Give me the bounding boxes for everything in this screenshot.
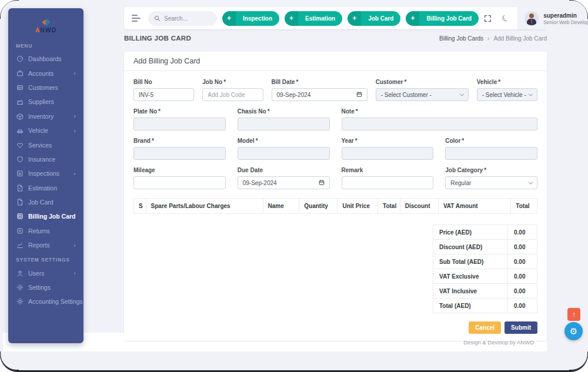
sidebar-item-label: Estimation <box>28 185 57 192</box>
chevron-right-icon: › <box>74 128 76 134</box>
field-label: Plate No* <box>133 108 226 115</box>
input-remark[interactable] <box>342 176 434 189</box>
search-input[interactable] <box>164 15 211 22</box>
field-label: Year* <box>342 138 434 144</box>
sidebar-item-billing-job-card[interactable]: Billing Job Card <box>8 209 83 223</box>
sidebar-item-inspections[interactable]: Inspections› <box>8 166 83 180</box>
column-header-name-2: Name <box>263 199 299 214</box>
summary-row-total-aed: Total (AED)0.00 <box>433 299 537 313</box>
sidebar-item-inventory[interactable]: Inventory› <box>8 109 83 123</box>
chevron-right-icon: › <box>74 113 76 119</box>
add-billing-job-card-button[interactable]: +Billing Job Card <box>406 11 479 26</box>
sidebar-item-accounts[interactable]: Accounts› <box>8 66 83 80</box>
chevron-right-icon: › <box>74 242 76 249</box>
sidebar-item-suppliers[interactable]: Suppliers <box>8 95 83 109</box>
select-job-category[interactable]: Regular <box>445 176 537 189</box>
sidebar-item-label: Services <box>28 142 52 149</box>
field-brand: Brand* <box>133 138 226 160</box>
required-marker: * <box>152 138 154 144</box>
input-mileage[interactable] <box>133 176 226 189</box>
input-model[interactable] <box>238 147 330 160</box>
date-input-due-date[interactable]: 09-Sep-2024 <box>238 176 330 189</box>
select-vehicle[interactable]: - Select Vehicle - <box>477 88 537 101</box>
sidebar-item-label: Vehicle <box>28 127 48 134</box>
sidebar-item-label: Job Card <box>28 199 54 206</box>
app-frame: ANWD MENUDashboardsAccounts›CustomersSup… <box>0 0 588 372</box>
input-plate-no[interactable] <box>133 118 226 130</box>
calendar-icon <box>319 179 325 187</box>
field-plate-no: Plate No* <box>133 108 226 130</box>
button-label: Job Card <box>361 11 400 26</box>
sidebar-item-label: Accounts <box>28 70 54 77</box>
field-label: Bill Date* <box>272 79 368 85</box>
gear-icon: ⚙ <box>570 326 577 337</box>
summary-value: 0.00 <box>508 284 537 299</box>
field-customer: Customer*- Select Customer - <box>376 79 469 101</box>
anwd-logo[interactable]: ANWD <box>8 14 83 38</box>
sidebar-nav: MENUDashboardsAccounts›CustomersSupplier… <box>8 38 83 309</box>
user-role: Senior Web Developer <box>543 19 588 25</box>
field-label-text: Bill No <box>133 79 152 85</box>
add-job-card-button[interactable]: +Job Card <box>348 11 400 26</box>
field-mileage: Mileage <box>133 167 226 189</box>
sidebar-item-vehicle[interactable]: Vehicle› <box>8 123 83 138</box>
sidebar-item-reports[interactable]: Reports› <box>8 238 83 252</box>
dark-mode-button[interactable]: ☾ <box>496 7 514 29</box>
sidebar-item-dashboards[interactable]: Dashboards <box>8 52 83 66</box>
field-label: Bill No <box>133 79 194 85</box>
required-marker: * <box>404 79 406 85</box>
gear-icon <box>16 284 24 291</box>
page-title: BILLING JOB CARD <box>124 35 191 42</box>
input-brand[interactable] <box>133 147 226 160</box>
sidebar-item-job-card[interactable]: Job Card <box>8 195 83 209</box>
input-bill-no[interactable] <box>133 88 194 101</box>
field-label-text: Model <box>238 138 255 144</box>
sidebar-item-services[interactable]: Services <box>8 138 83 152</box>
cancel-button[interactable]: Cancel <box>469 321 501 334</box>
field-label-text: Bill Date <box>272 79 295 85</box>
sidebar-item-insurance[interactable]: Insurance <box>8 152 83 166</box>
frame-corner <box>569 351 588 371</box>
sidebar-item-settings[interactable]: Settings <box>8 280 83 294</box>
field-label: Color* <box>445 138 537 144</box>
fullscreen-button[interactable] <box>479 7 496 29</box>
input-note[interactable] <box>342 118 538 130</box>
input-chasis-no[interactable] <box>238 118 330 130</box>
breadcrumb-separator: › <box>487 35 489 42</box>
field-note: Note* <box>342 108 538 130</box>
input-job-no[interactable] <box>202 88 263 101</box>
shield-icon <box>16 155 24 163</box>
column-header-total-5: Total <box>378 199 400 214</box>
edit-square-icon <box>16 170 24 177</box>
header-action-buttons: +Inspection+Estimation+Job Card+Billing … <box>217 11 479 26</box>
form-row: Plate No*Chasis No*Note* <box>133 108 537 130</box>
add-inspection-button[interactable]: +Inspection <box>222 11 279 26</box>
sidebar-item-accounting-settings[interactable]: Accounting Settings <box>8 294 83 309</box>
add-estimation-button[interactable]: +Estimation <box>285 11 342 26</box>
input-year[interactable] <box>342 147 434 160</box>
user-profile-button[interactable]: superadmin Senior Web Developer <box>517 7 588 29</box>
billing-form: Bill NoJob No*Bill Date*09-Sep-2024Custo… <box>133 79 537 189</box>
plus-icon: + <box>285 11 298 26</box>
logo-text: ANWD <box>35 26 57 33</box>
summary-value: 0.00 <box>508 269 537 284</box>
settings-fab[interactable]: ⚙ <box>564 322 583 340</box>
required-marker: * <box>223 79 226 85</box>
menu-toggle-button[interactable] <box>132 15 141 22</box>
column-header-s-0: S <box>134 199 146 214</box>
sidebar-item-estimation[interactable]: Estimation <box>8 181 83 195</box>
breadcrumb-link[interactable]: Billing Job Cards <box>439 35 483 42</box>
date-input-bill-date[interactable]: 09-Sep-2024 <box>272 88 368 101</box>
summary-row-vat-inclusive: VAT Inclusive0.00 <box>433 284 537 299</box>
field-label: Note* <box>342 108 538 115</box>
submit-button[interactable]: Submit <box>505 321 537 334</box>
input-color[interactable] <box>445 147 537 160</box>
line-items-header-row: SSpare Parts/Labour ChargesNameQuantityU… <box>134 199 537 214</box>
sidebar-item-customers[interactable]: Customers <box>8 81 83 95</box>
select-customer[interactable]: - Select Customer - <box>376 88 469 101</box>
avatar <box>524 11 539 25</box>
scroll-top-button[interactable]: ↑ <box>567 308 580 321</box>
sidebar-item-returns[interactable]: Returns <box>8 224 83 238</box>
sidebar-item-users[interactable]: Users› <box>8 266 83 280</box>
field-bill-date: Bill Date*09-Sep-2024 <box>272 79 368 101</box>
